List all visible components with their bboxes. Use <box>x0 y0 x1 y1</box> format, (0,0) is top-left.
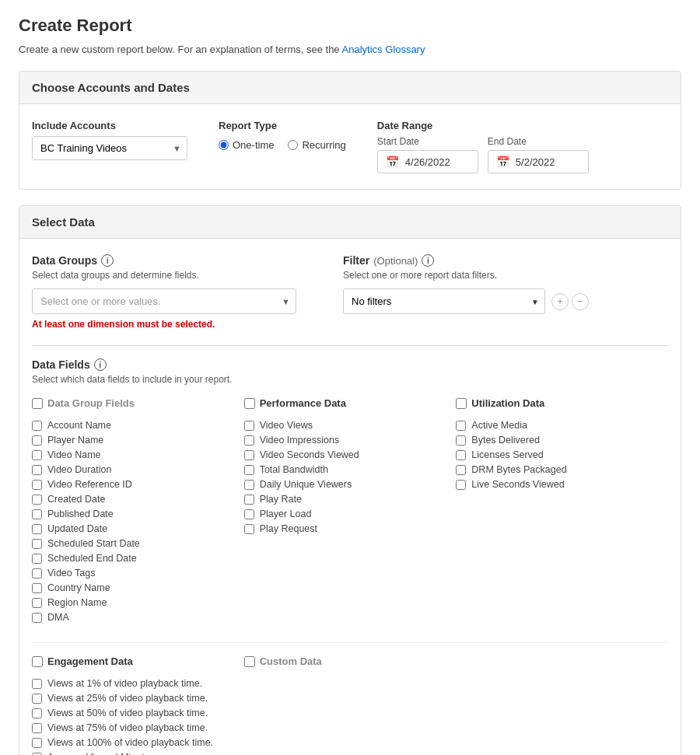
list-item: Video Tags <box>32 568 244 578</box>
data-groups-error: At least one dimension must be selected. <box>32 319 296 330</box>
report-type-group: Report Type One-time Recurring <box>219 120 346 151</box>
data-groups-select-wrapper: Select one or more values. ▼ <box>32 288 296 314</box>
start-date-input[interactable]: 📅 4/26/2022 <box>377 150 478 173</box>
select-data-section: Select Data Data Groups i Select data gr… <box>19 205 681 755</box>
list-item: Video Impressions <box>244 435 457 446</box>
data-fields-title: Data Fields i <box>32 358 668 371</box>
engagement-data-col: Engagement Data Views at 1% of video pla… <box>32 655 244 755</box>
filter-info-icon[interactable]: i <box>422 254 434 267</box>
include-accounts-group: Include Accounts BC Training Videos ▼ <box>32 120 187 160</box>
performance-data-checkbox[interactable] <box>244 398 255 409</box>
custom-data-header: Custom Data <box>260 655 322 667</box>
filter-remove-button[interactable]: − <box>572 293 589 310</box>
list-item: Play Request <box>244 523 457 534</box>
utilization-data-checkbox[interactable] <box>456 398 467 409</box>
list-item: Daily Unique Viewers <box>244 479 457 490</box>
end-date-calendar-icon: 📅 <box>496 156 509 168</box>
report-type-label: Report Type <box>219 120 346 131</box>
list-item: Views at 1% of video playback time. <box>32 678 244 689</box>
list-item: Views at 50% of video playback time. <box>32 708 244 718</box>
include-accounts-select[interactable]: BC Training Videos <box>32 136 187 160</box>
list-item: Account Name <box>32 420 244 431</box>
data-fields-subtitle: Select which data fields to include in y… <box>32 374 668 385</box>
onetime-radio[interactable] <box>219 140 229 150</box>
analytics-glossary-link[interactable]: Analytics Glossary <box>342 44 425 55</box>
end-date-label: End Date <box>488 136 589 147</box>
list-item: Play Rate <box>244 494 457 505</box>
list-item: Player Name <box>32 435 244 446</box>
end-date-input[interactable]: 📅 5/2/2022 <box>488 150 589 173</box>
data-group-fields-checkbox[interactable] <box>32 398 43 409</box>
data-groups-subtitle: Select data groups and determine fields. <box>32 270 296 281</box>
engagement-data-checkbox[interactable] <box>32 656 43 667</box>
list-item: Video Name <box>32 449 244 460</box>
data-group-fields-col: Data Group Fields Account Name Player Na… <box>32 397 244 627</box>
performance-data-header: Performance Data <box>260 397 346 409</box>
recurring-label: Recurring <box>302 139 345 151</box>
list-item: Live Seconds Viewed <box>456 479 668 490</box>
list-item: Updated Date <box>32 523 244 534</box>
select-data-header: Select Data <box>19 206 681 239</box>
accounts-dates-header: Choose Accounts and Dates <box>19 72 681 104</box>
include-accounts-label: Include Accounts <box>32 120 187 131</box>
custom-data-checkbox[interactable] <box>244 656 255 667</box>
list-item: Country Name <box>32 582 244 593</box>
list-item: Scheduled End Date <box>32 553 244 564</box>
data-groups-title: Data Groups i <box>32 254 296 267</box>
data-group-fields-header: Data Group Fields <box>47 397 135 409</box>
data-fields-section: Data Fields i Select which data fields t… <box>32 345 668 755</box>
filter-optional: (Optional) <box>373 255 418 267</box>
list-item: Bytes Delivered <box>456 435 668 446</box>
filter-col: Filter (Optional) i Select one or more r… <box>343 254 668 330</box>
data-groups-col: Data Groups i Select data groups and det… <box>32 254 296 330</box>
list-item: Video Duration <box>32 464 244 475</box>
start-date-value: 4/26/2022 <box>405 156 450 168</box>
start-date-group: Start Date 📅 4/26/2022 <box>377 136 478 173</box>
start-date-calendar-icon: 📅 <box>386 156 399 168</box>
onetime-label: One-time <box>233 139 274 151</box>
list-item: Video Views <box>244 420 457 431</box>
end-date-value: 5/2/2022 <box>516 156 555 168</box>
list-item: Scheduled Start Date <box>32 538 244 549</box>
include-accounts-wrapper: BC Training Videos ▼ <box>32 136 187 160</box>
list-item: Video Reference ID <box>32 479 244 490</box>
list-item: Total Bandwidth <box>244 464 457 475</box>
list-item: Views at 75% of video playback time. <box>32 722 244 733</box>
list-item: Published Date <box>32 509 244 519</box>
list-item: Video Seconds Viewed <box>244 449 457 460</box>
date-range-label: Date Range <box>377 120 589 131</box>
engagement-data-header: Engagement Data <box>47 655 133 667</box>
data-groups-info-icon[interactable]: i <box>101 254 114 267</box>
custom-data-col: Custom Data <box>244 655 457 755</box>
page-title: Create Report <box>19 16 681 36</box>
end-date-group: End Date 📅 5/2/2022 <box>488 136 589 173</box>
filter-select[interactable]: No filters <box>343 288 545 314</box>
utilization-data-col: Utilization Data Active Media Bytes Deli… <box>456 397 668 627</box>
list-item: Views at 100% of video playback time. <box>32 737 244 748</box>
recurring-radio[interactable] <box>288 140 298 150</box>
filter-subtitle: Select one or more report data filters. <box>343 270 668 281</box>
data-fields-info-icon[interactable]: i <box>94 358 107 371</box>
accounts-dates-section: Choose Accounts and Dates Include Accoun… <box>19 71 681 190</box>
list-item: Player Load <box>244 509 457 519</box>
list-item: Region Name <box>32 597 244 608</box>
list-item: Licenses Served <box>456 449 668 460</box>
report-type-recurring[interactable]: Recurring <box>288 139 345 151</box>
list-item: Views at 25% of video playback time. <box>32 693 244 704</box>
date-range-group: Date Range Start Date 📅 4/26/2022 End Da… <box>377 120 589 173</box>
performance-data-col: Performance Data Video Views Video Impre… <box>244 397 457 627</box>
list-item: DRM Bytes Packaged <box>456 464 668 475</box>
intro-text: Create a new custom report below. For an… <box>19 44 681 55</box>
filter-title: Filter (Optional) i <box>343 254 668 267</box>
report-type-onetime[interactable]: One-time <box>219 139 274 151</box>
filter-add-button[interactable]: + <box>551 293 569 310</box>
list-item: Average Viewed Minutes <box>32 752 244 755</box>
start-date-label: Start Date <box>377 136 478 147</box>
data-groups-select[interactable]: Select one or more values. <box>32 288 296 314</box>
list-item: Created Date <box>32 494 244 505</box>
list-item: DMA <box>32 612 244 623</box>
list-item: Active Media <box>456 420 668 431</box>
utilization-data-header: Utilization Data <box>471 397 544 409</box>
filter-select-wrapper: No filters ▼ <box>343 288 545 314</box>
